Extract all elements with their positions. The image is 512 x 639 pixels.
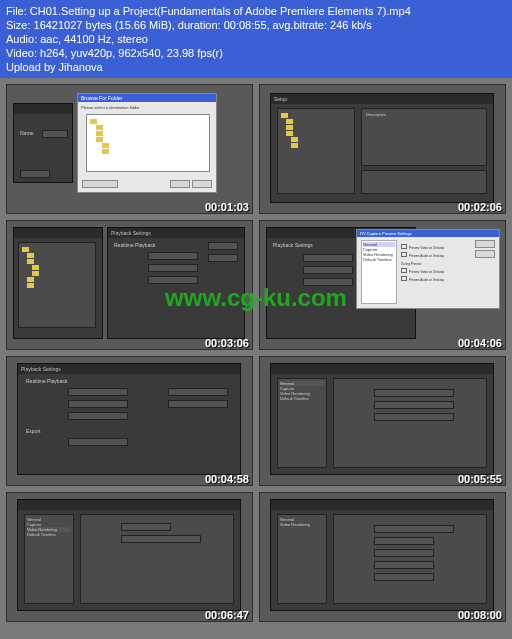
new-folder-button[interactable] bbox=[82, 180, 118, 188]
timestamp: 00:02:06 bbox=[458, 201, 502, 213]
thumb-4: Playback Settings DV Capture Preview Set… bbox=[259, 220, 506, 350]
dropdown[interactable] bbox=[68, 388, 128, 396]
during-label: During Preview bbox=[401, 262, 444, 266]
rendering-item[interactable]: Video Rendering bbox=[280, 522, 324, 527]
timestamp: 00:08:00 bbox=[458, 609, 502, 621]
size-line: Size: 16421027 bytes (15.66 MiB), durati… bbox=[6, 18, 506, 32]
thumb-5: Playback Settings Realtime Playback Expo… bbox=[6, 356, 253, 486]
checkbox-preview-audio[interactable]: Preview Audio on Desktop bbox=[409, 254, 444, 258]
setup-title: Setup bbox=[271, 94, 493, 104]
dropdown[interactable] bbox=[168, 400, 228, 408]
timestamp: 00:03:06 bbox=[205, 337, 249, 349]
cancel-button[interactable] bbox=[208, 254, 238, 262]
thumb-7: General Capture Video Rendering Default … bbox=[6, 492, 253, 622]
checkbox-capture-video[interactable]: Preview Video on Desktop bbox=[409, 270, 444, 274]
dropdown[interactable] bbox=[168, 388, 228, 396]
timestamp: 00:06:47 bbox=[205, 609, 249, 621]
timeline-tab[interactable]: Default Timeline bbox=[363, 257, 395, 262]
export-label: Export bbox=[26, 428, 40, 434]
thumb-3: Playback Settings Realtime Playback 00:0… bbox=[6, 220, 253, 350]
playback-settings-title: Playback Settings bbox=[18, 364, 240, 374]
upload-line: Upload by Jihanova bbox=[6, 60, 506, 74]
timeline-item[interactable]: Default Timeline bbox=[27, 532, 71, 537]
video-line: Video: h264, yuv420p, 962x540, 23.98 fps… bbox=[6, 46, 506, 60]
timestamp: 00:01:03 bbox=[205, 201, 249, 213]
timestamp: 00:05:55 bbox=[458, 473, 502, 485]
browse-folder-hint: Please select a destination folder bbox=[78, 102, 216, 113]
timestamp: 00:04:06 bbox=[458, 337, 502, 349]
thumb-1: Name: Browse For Folder Please select a … bbox=[6, 84, 253, 214]
playback-settings-title: Playback Settings bbox=[108, 228, 244, 238]
checkbox-capture-audio[interactable]: Preview Audio on Desktop bbox=[409, 278, 444, 282]
dropdown[interactable] bbox=[68, 412, 128, 420]
ok-button[interactable] bbox=[170, 180, 190, 188]
file-line: File: CH01.Setting up a Project(Fundamen… bbox=[6, 4, 506, 18]
info-header: File: CH01.Setting up a Project(Fundamen… bbox=[0, 0, 512, 78]
ok-button[interactable] bbox=[475, 240, 495, 248]
ok-button[interactable] bbox=[208, 242, 238, 250]
checkbox-preview-video[interactable]: Preview Video on Desktop bbox=[409, 246, 444, 250]
dropdown[interactable] bbox=[148, 276, 198, 284]
thumbnail-grid: Name: Browse For Folder Please select a … bbox=[0, 78, 512, 628]
thumb-6: General Capture Video Rendering Default … bbox=[259, 356, 506, 486]
realtime-label: Realtime Playback bbox=[114, 242, 155, 248]
dropdown[interactable] bbox=[68, 438, 128, 446]
audio-line: Audio: aac, 44100 Hz, stereo bbox=[6, 32, 506, 46]
cancel-button[interactable] bbox=[192, 180, 212, 188]
thumb-2: Setup Description 00:02:06 bbox=[259, 84, 506, 214]
browse-folder-title: Browse For Folder bbox=[78, 94, 216, 102]
realtime-label: Realtime Playback bbox=[26, 378, 67, 384]
dropdown[interactable] bbox=[148, 264, 198, 272]
dropdown[interactable] bbox=[148, 252, 198, 260]
thumb-8: General Video Rendering 00:08:00 bbox=[259, 492, 506, 622]
cancel-button[interactable] bbox=[475, 250, 495, 258]
timeline-item[interactable]: Default Timeline bbox=[280, 396, 324, 401]
dv-capture-title: DV Capture Preview Settings bbox=[357, 230, 499, 237]
timestamp: 00:04:58 bbox=[205, 473, 249, 485]
new-project-title bbox=[14, 104, 72, 114]
dropdown[interactable] bbox=[68, 400, 128, 408]
